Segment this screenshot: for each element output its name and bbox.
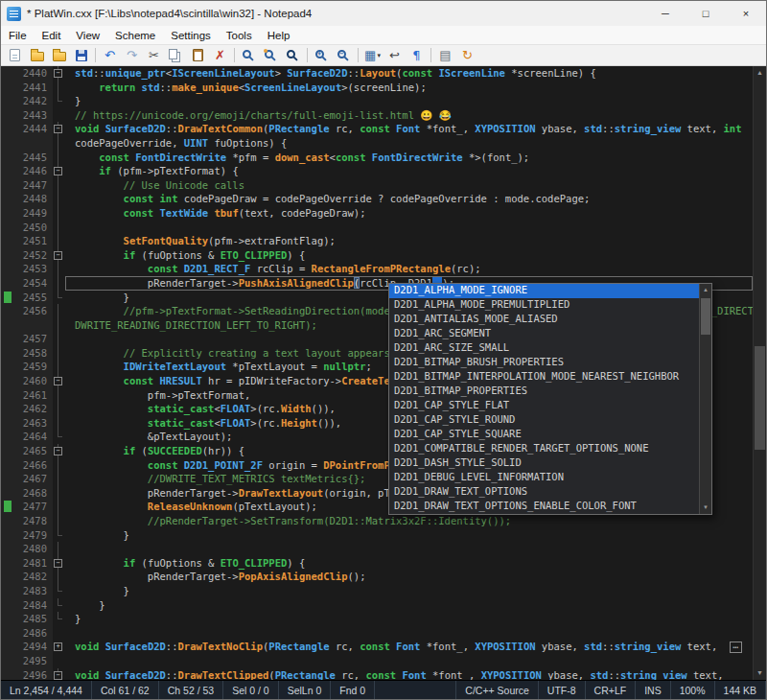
line-number[interactable]: 2459 xyxy=(14,360,53,374)
code-text[interactable]: SetFontQuality(pfm->extraFontFlag); xyxy=(65,234,753,248)
line-number[interactable]: 2494 xyxy=(14,640,53,654)
marker-margin[interactable] xyxy=(1,291,14,305)
scroll-up-icon[interactable]: ▲ xyxy=(700,284,711,296)
autocomplete-item[interactable]: D2D1_ANTIALIAS_MODE_ALIASED xyxy=(389,313,699,327)
status-segment[interactable]: UTF-8 xyxy=(539,681,586,699)
line-number[interactable]: 2485 xyxy=(14,612,53,626)
marker-margin[interactable] xyxy=(1,81,14,95)
marker-margin[interactable] xyxy=(1,388,14,403)
fold-margin[interactable] xyxy=(53,430,65,444)
fold-margin[interactable]: − xyxy=(53,444,65,458)
toolbar-zoom-in-button[interactable]: + xyxy=(311,46,333,65)
fold-open-icon[interactable]: − xyxy=(54,377,62,385)
marker-margin[interactable] xyxy=(1,598,14,613)
line-number[interactable]: 2461 xyxy=(14,388,53,403)
marker-margin[interactable] xyxy=(1,164,14,178)
marker-margin[interactable] xyxy=(1,234,14,248)
line-number[interactable]: 2484 xyxy=(14,598,53,613)
maximize-button[interactable]: □ xyxy=(686,1,726,26)
status-segment[interactable]: 100% xyxy=(671,681,715,699)
marker-margin[interactable] xyxy=(1,668,14,680)
code-text[interactable]: } xyxy=(65,94,753,108)
line-number[interactable]: 2495 xyxy=(14,654,53,668)
line-number[interactable]: 2480 xyxy=(14,542,53,556)
code-text[interactable]: if (fuOptions & ETO_CLIPPED) { xyxy=(65,556,753,571)
fold-margin[interactable] xyxy=(53,81,65,95)
fold-margin[interactable] xyxy=(53,291,65,305)
status-segment[interactable]: Ln 2,454 / 4,444 xyxy=(1,681,92,699)
line-number[interactable]: 2483 xyxy=(14,584,53,598)
fold-margin[interactable]: − xyxy=(53,122,65,136)
menu-settings[interactable]: Settings xyxy=(163,26,219,44)
code-text[interactable]: if (pfm->pTextFormat) { xyxy=(65,164,753,178)
autocomplete-item[interactable]: D2D1_ALPHA_MODE_PREMULTIPLIED xyxy=(389,298,699,313)
marker-margin[interactable] xyxy=(1,318,14,333)
status-segment[interactable]: Col 61 / 62 xyxy=(92,681,159,699)
fold-margin[interactable] xyxy=(53,626,65,641)
line-number[interactable]: 2447 xyxy=(14,178,53,193)
fold-margin[interactable] xyxy=(53,528,65,543)
fold-margin[interactable] xyxy=(53,346,65,361)
autocomplete-item[interactable]: D2D1_COMPATIBLE_RENDER_TARGET_OPTIONS_NO… xyxy=(389,442,699,456)
code-text[interactable]: //pRenderTarget->SetTransform(D2D1::Matr… xyxy=(65,514,753,528)
marker-margin[interactable] xyxy=(1,584,14,598)
code-text[interactable]: codePageOverride, UINT fuOptions) { xyxy=(65,136,753,151)
line-number[interactable]: 2449 xyxy=(14,206,53,221)
fold-margin[interactable] xyxy=(53,458,65,473)
marker-margin[interactable] xyxy=(1,374,14,388)
fold-margin[interactable]: − xyxy=(53,66,65,81)
fold-margin[interactable]: − xyxy=(53,248,65,263)
fold-margin[interactable] xyxy=(53,276,65,291)
line-number[interactable]: 2445 xyxy=(14,151,53,165)
toolbar-view-menu-button[interactable]: ▦▾ xyxy=(361,46,384,65)
fold-margin[interactable] xyxy=(53,612,65,626)
code-text[interactable]: return std::make_unique<ScreenLineLayout… xyxy=(65,81,753,95)
autocomplete-item[interactable]: D2D1_DRAW_TEXT_OPTIONS_ENABLE_COLOR_FONT xyxy=(389,500,699,514)
fold-margin[interactable] xyxy=(53,514,65,528)
editor-scroll-up-icon[interactable]: ▲ xyxy=(754,66,766,80)
line-number[interactable]: 2456 xyxy=(14,304,53,318)
line-number[interactable]: 2466 xyxy=(14,458,53,473)
marker-margin[interactable] xyxy=(1,612,14,626)
autocomplete-item[interactable]: D2D1_DRAW_TEXT_OPTIONS xyxy=(389,485,699,500)
marker-margin[interactable] xyxy=(1,500,14,514)
fold-margin[interactable] xyxy=(53,178,65,193)
fold-margin[interactable] xyxy=(53,654,65,668)
fold-open-icon[interactable]: − xyxy=(54,125,62,133)
line-number[interactable]: 2455 xyxy=(14,291,53,305)
marker-margin[interactable] xyxy=(1,66,14,81)
code-text[interactable]: void SurfaceD2D::DrawTextNoClip(PRectang… xyxy=(65,640,753,654)
line-number[interactable]: 2460 xyxy=(14,374,53,388)
toolbar-browse-files-button[interactable] xyxy=(48,46,70,65)
fold-margin[interactable]: − xyxy=(53,556,65,571)
line-number[interactable] xyxy=(14,318,53,333)
marker-margin[interactable] xyxy=(1,472,14,486)
code-text[interactable] xyxy=(65,654,753,668)
line-number[interactable]: 2452 xyxy=(14,248,53,263)
marker-margin[interactable] xyxy=(1,430,14,444)
marker-margin[interactable] xyxy=(1,178,14,193)
fold-margin[interactable] xyxy=(53,360,65,374)
code-text[interactable]: } xyxy=(65,612,753,626)
line-number[interactable]: 2468 xyxy=(14,486,53,501)
toolbar-replace-button[interactable] xyxy=(260,46,282,65)
line-number[interactable]: 2465 xyxy=(14,444,53,458)
status-segment[interactable]: SelLn 0 xyxy=(279,681,332,699)
close-button[interactable]: × xyxy=(726,1,766,26)
marker-margin[interactable] xyxy=(1,262,14,276)
fold-margin[interactable] xyxy=(53,221,65,235)
line-number[interactable]: 2479 xyxy=(14,528,53,543)
code-text[interactable]: const TextWide tbuf(text, codePageDraw); xyxy=(65,206,753,221)
code-text[interactable]: } xyxy=(65,584,753,598)
editor-scroll-thumb[interactable] xyxy=(755,346,765,450)
toolbar-find-button[interactable] xyxy=(238,46,260,65)
marker-margin[interactable] xyxy=(1,402,14,416)
menu-tools[interactable]: Tools xyxy=(219,26,260,44)
toolbar-print-button[interactable]: ▤ xyxy=(434,46,456,65)
editor-scrollbar[interactable]: ▲ ▼ xyxy=(753,66,766,680)
marker-margin[interactable] xyxy=(1,556,14,571)
autocomplete-item[interactable]: D2D1_BITMAP_PROPERTIES xyxy=(389,385,699,399)
toolbar-new-file-button[interactable] xyxy=(4,46,26,65)
line-number[interactable]: 2443 xyxy=(14,108,53,123)
toolbar-copy-button[interactable] xyxy=(165,46,187,65)
